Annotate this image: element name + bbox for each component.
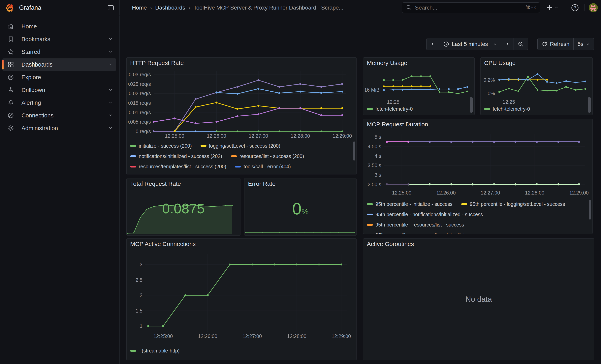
- http-request-rate-chart[interactable]: 12:25:0012:26:0012:27:0012:28:0012:29:00…: [128, 68, 352, 141]
- legend-item[interactable]: fetch-telemetry-0: [367, 106, 413, 112]
- sidebar-item-dashboards[interactable]: Dashboards: [2, 59, 116, 71]
- panel-title[interactable]: CPU Usage: [484, 59, 516, 66]
- add-menu[interactable]: [546, 3, 559, 12]
- panel-title[interactable]: HTTP Request Rate: [130, 59, 184, 66]
- breadcrumb-current: ToolHive MCP Server & Proxy Runner Dashb…: [194, 5, 343, 11]
- panel-title[interactable]: MCP Active Connections: [130, 241, 196, 247]
- svg-text:12:27:00: 12:27:00: [249, 133, 268, 139]
- sidebar-toggle-icon[interactable]: [107, 4, 114, 11]
- legend-scrollbar[interactable]: [353, 141, 355, 160]
- memory-legend: fetch-telemetry-0: [367, 104, 466, 114]
- time-shift-back-button[interactable]: [427, 38, 439, 50]
- legend-item[interactable]: tools/call - error (404): [235, 164, 291, 169]
- legend-item[interactable]: fetch-telemetry-0: [484, 106, 530, 112]
- panel-title[interactable]: Total Request Rate: [130, 180, 181, 187]
- user-avatar[interactable]: [589, 3, 598, 12]
- svg-text:0.03 req/s: 0.03 req/s: [129, 72, 151, 77]
- memory-usage-chart[interactable]: 12:2516 MiB: [365, 67, 473, 106]
- svg-text:5 s: 5 s: [375, 134, 381, 140]
- breadcrumb-home[interactable]: Home: [132, 5, 147, 11]
- legend-item[interactable]: 95th percentile - resources/list - succe…: [367, 222, 464, 228]
- svg-text:12:25:00: 12:25:00: [392, 190, 411, 196]
- legend-item[interactable]: 95th percentile - notifications/initiali…: [367, 212, 483, 217]
- legend-row: fetch-telemetry-0: [484, 104, 583, 114]
- sidebar-item-drilldown[interactable]: Drilldown: [2, 84, 116, 96]
- cpu-usage-chart[interactable]: 12:250.2%0%: [482, 67, 591, 106]
- sidebar-item-administration[interactable]: Administration: [2, 122, 116, 134]
- panel-title[interactable]: MCP Request Duration: [367, 121, 428, 128]
- legend-item[interactable]: 95th percentile - logging/setLevel - suc…: [461, 201, 565, 207]
- breadcrumb-dashboards[interactable]: Dashboards: [155, 5, 185, 11]
- legend-item[interactable]: tools/list - success (200): [202, 174, 264, 175]
- chevron-right-icon: [505, 42, 510, 46]
- legend-scrollbar[interactable]: [588, 97, 591, 113]
- legend-label: 95th percentile - initialize - success: [375, 201, 452, 207]
- svg-text:12:26:00: 12:26:00: [198, 333, 217, 339]
- home-icon: [7, 23, 14, 30]
- time-shift-forward-button[interactable]: [501, 38, 513, 50]
- legend-item[interactable]: resources/list - success (200): [231, 153, 304, 159]
- breadcrumb: Home › Dashboards › ToolHive MCP Server …: [132, 0, 343, 15]
- svg-text:12:28:00: 12:28:00: [290, 133, 310, 139]
- sidebar-item-bookmarks[interactable]: Bookmarks: [2, 33, 116, 45]
- question-mark-icon: ?: [574, 6, 576, 10]
- legend-item[interactable]: logging/setLevel - success (200): [200, 143, 280, 149]
- zoom-out-button[interactable]: [513, 38, 528, 50]
- star-icon: [7, 49, 14, 55]
- legend-row: 95th percentile - resources/list - succe…: [367, 220, 585, 230]
- legend-item[interactable]: 95th percentile - resources/templates/li…: [367, 232, 487, 234]
- sidebar-item-alerting[interactable]: Alerting: [2, 97, 116, 109]
- cpu-legend: fetch-telemetry-0: [484, 104, 583, 114]
- top-navigation-bar: Grafana Home › Dashboards › ToolHive MCP…: [0, 0, 601, 15]
- legend-item[interactable]: unknown - success (200): [273, 174, 336, 175]
- legend-label: resources/templates/list - success (200): [139, 164, 226, 169]
- topbar-divider: [566, 4, 566, 11]
- grafana-logo[interactable]: [5, 3, 14, 12]
- panel-title[interactable]: Memory Usage: [367, 59, 407, 66]
- legend-swatch: [367, 203, 373, 205]
- breadcrumb-separator: ›: [150, 4, 152, 11]
- legend-label: notifications/initialized - success (202…: [139, 153, 222, 159]
- legend-item[interactable]: 95th percentile - initialize - success: [367, 201, 452, 207]
- chevron-down-icon[interactable]: [108, 125, 113, 132]
- legend-label: 95th percentile - resources/templates/li…: [375, 232, 487, 234]
- legend-row: 95th percentile - notifications/initiali…: [367, 209, 585, 220]
- chevron-down-icon[interactable]: [108, 61, 113, 68]
- time-range-picker[interactable]: Last 5 minutes: [439, 38, 501, 50]
- sidebar-item-explore[interactable]: Explore: [2, 71, 116, 83]
- sidebar-item-connections[interactable]: Connections: [2, 109, 116, 122]
- error-rate-sparkline[interactable]: [245, 226, 356, 235]
- mcp-request-duration-chart[interactable]: 12:25:0012:26:0012:27:0012:28:0012:29:00…: [365, 130, 591, 198]
- error-rate-number: 0: [292, 199, 301, 218]
- panel-title[interactable]: Error Rate: [248, 180, 275, 187]
- chevron-down-icon[interactable]: [108, 36, 113, 42]
- chevron-down-icon[interactable]: [108, 112, 113, 119]
- refresh-button[interactable]: Refresh: [538, 38, 573, 50]
- sidebar-item-label: Bookmarks: [21, 36, 50, 42]
- legend-item[interactable]: tools/call - success (200): [130, 174, 193, 175]
- svg-text:0.025 req/s: 0.025 req/s: [128, 81, 151, 87]
- legend-item[interactable]: initialize - success (200): [130, 143, 192, 149]
- legend-item[interactable]: resources/templates/list - success (200): [130, 164, 226, 169]
- help-button[interactable]: ?: [571, 4, 579, 12]
- sidebar-item-label: Starred: [21, 49, 40, 55]
- legend-scrollbar[interactable]: [470, 97, 473, 113]
- legend-scrollbar[interactable]: [589, 200, 591, 220]
- chevron-down-icon[interactable]: [108, 99, 113, 106]
- chevron-down-icon[interactable]: [108, 49, 113, 55]
- chevron-down-icon[interactable]: [108, 87, 113, 93]
- search-box[interactable]: ⌘+k: [402, 2, 540, 13]
- plug-icon: [7, 112, 14, 119]
- search-input[interactable]: [415, 4, 522, 11]
- legend-item[interactable]: notifications/initialized - success (202…: [130, 153, 222, 159]
- mcp-active-connections-chart[interactable]: 12:25:0012:26:0012:27:0012:28:0012:29:00…: [128, 249, 355, 343]
- sidebar-item-home[interactable]: Home: [2, 20, 116, 33]
- refresh-interval-picker[interactable]: 5s: [573, 38, 594, 50]
- legend-row: tools/call - success (200)tools/list - s…: [130, 172, 350, 175]
- sidebar-item-starred[interactable]: Starred: [2, 46, 116, 58]
- sidebar-nav: Home Bookmarks Starred Dashb: [0, 16, 120, 364]
- legend-item[interactable]: - (streamable-http): [130, 348, 180, 354]
- dashboards-grid-icon: [7, 61, 14, 68]
- error-rate-value: 0%: [244, 199, 356, 218]
- legend-swatch: [231, 155, 237, 157]
